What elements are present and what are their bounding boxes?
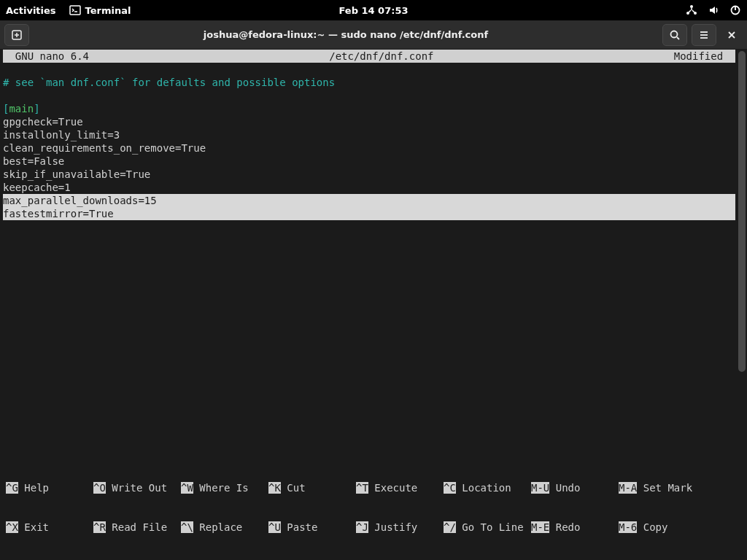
editor-area[interactable]: # see `man dnf.conf` for defaults and po… bbox=[3, 63, 735, 220]
shortcut-item: ^G Help bbox=[6, 481, 93, 494]
shortcut-key: M-6 bbox=[619, 521, 637, 533]
scrollbar-thumb[interactable] bbox=[738, 51, 746, 372]
shortcut-item: ^T Execute bbox=[356, 481, 444, 494]
shortcut-label: Go To Line bbox=[456, 521, 524, 533]
power-icon bbox=[729, 4, 741, 16]
close-window-button[interactable] bbox=[721, 24, 743, 46]
shortcut-label: Read File bbox=[106, 521, 167, 533]
config-line-selected: max_parallel_downloads=15 bbox=[3, 194, 735, 207]
svg-point-2 bbox=[690, 5, 693, 8]
svg-point-10 bbox=[671, 31, 678, 37]
search-button[interactable] bbox=[662, 24, 687, 46]
shortcut-label: Exit bbox=[18, 521, 49, 533]
new-tab-button[interactable] bbox=[4, 24, 29, 46]
shortcut-key: ^G bbox=[6, 482, 18, 494]
terminal-icon bbox=[69, 4, 81, 16]
config-line: installonly_limit=3 bbox=[3, 129, 120, 141]
config-line: skip_if_unavailable=True bbox=[3, 168, 150, 180]
network-icon bbox=[686, 4, 697, 16]
hamburger-icon bbox=[698, 29, 710, 41]
shortcut-key: ^X bbox=[6, 521, 18, 533]
shortcut-label: Cut bbox=[281, 482, 306, 494]
shortcut-item: M-E Redo bbox=[531, 521, 619, 534]
shortcut-label: Undo bbox=[549, 482, 580, 494]
search-icon bbox=[669, 29, 681, 41]
svg-rect-0 bbox=[70, 6, 80, 15]
app-name-label: Terminal bbox=[85, 5, 131, 16]
shortcut-label: Execute bbox=[368, 482, 417, 494]
nano-status: Modified bbox=[674, 50, 735, 63]
shortcut-key: ^W bbox=[181, 482, 193, 494]
hamburger-menu-button[interactable] bbox=[692, 24, 716, 46]
system-tray[interactable] bbox=[686, 4, 741, 16]
shortcut-label: Help bbox=[18, 482, 49, 494]
activities-button[interactable]: Activities bbox=[6, 5, 56, 16]
terminal-header-bar: joshua@fedora-linux:~ — sudo nano /etc/d… bbox=[0, 20, 747, 50]
shortcut-key: M-E bbox=[531, 521, 549, 533]
shortcut-item: M-6 Copy bbox=[619, 521, 706, 534]
config-line: gpgcheck=True bbox=[3, 116, 83, 128]
shortcut-key: ^C bbox=[444, 482, 456, 494]
shortcut-item: ^R Read File bbox=[93, 521, 181, 534]
svg-line-11 bbox=[677, 37, 679, 39]
shortcut-item: ^/ Go To Line bbox=[444, 521, 531, 534]
config-line: best=False bbox=[3, 155, 64, 167]
shortcut-item: M-U Undo bbox=[531, 481, 619, 494]
shortcut-label: Write Out bbox=[106, 482, 167, 494]
shortcut-label: Location bbox=[456, 482, 511, 494]
gnome-top-bar: Activities Terminal Feb 14 07:53 bbox=[0, 0, 747, 20]
shortcut-item: ^O Write Out bbox=[93, 481, 181, 494]
window-title: joshua@fedora-linux:~ — sudo nano /etc/d… bbox=[34, 29, 658, 40]
shortcut-item: M-A Set Mark bbox=[619, 481, 706, 494]
shortcut-item: ^U Paste bbox=[268, 521, 356, 534]
shortcut-item: ^J Justify bbox=[356, 521, 444, 534]
shortcut-key: ^U bbox=[268, 521, 281, 533]
shortcut-key: ^O bbox=[93, 482, 106, 494]
shortcut-label: Justify bbox=[368, 521, 417, 533]
shortcut-key: ^/ bbox=[444, 521, 456, 533]
shortcut-key: M-A bbox=[619, 482, 637, 494]
new-tab-icon bbox=[11, 29, 23, 41]
shortcut-item: ^C Location bbox=[444, 481, 531, 494]
clock[interactable]: Feb 14 07:53 bbox=[339, 5, 409, 16]
shortcut-key: ^J bbox=[356, 521, 368, 533]
shortcut-label: Set Mark bbox=[637, 482, 692, 494]
shortcut-label: Redo bbox=[549, 521, 580, 533]
shortcut-label: Where Is bbox=[193, 482, 249, 494]
nano-filename: /etc/dnf/dnf.conf bbox=[89, 50, 674, 63]
shortcut-item: ^X Exit bbox=[6, 521, 93, 534]
shortcut-key: ^\ bbox=[181, 521, 193, 533]
current-app-indicator[interactable]: Terminal bbox=[69, 4, 131, 16]
shortcut-label: Copy bbox=[637, 521, 667, 533]
shortcut-label: Replace bbox=[193, 521, 242, 533]
shortcut-key: M-U bbox=[531, 482, 549, 494]
config-line-selected: fastestmirror=True bbox=[3, 207, 735, 220]
nano-version: GNU nano 6.4 bbox=[3, 50, 89, 63]
shortcut-item: ^K Cut bbox=[268, 481, 356, 494]
comment-line: # see `man dnf.conf` for defaults and po… bbox=[3, 77, 335, 88]
shortcut-item: ^\ Replace bbox=[181, 521, 268, 534]
config-line: keepcache=1 bbox=[3, 182, 71, 193]
nano-title-bar: GNU nano 6.4 /etc/dnf/dnf.conf Modified bbox=[3, 50, 735, 63]
config-line: clean_requirements_on_remove=True bbox=[3, 142, 206, 154]
shortcut-key: ^R bbox=[93, 521, 106, 533]
close-icon bbox=[727, 30, 737, 40]
shortcut-key: ^K bbox=[268, 482, 281, 494]
volume-icon bbox=[708, 4, 719, 16]
nano-shortcut-bar: ^G Help^O Write Out^W Where Is^K Cut^T E… bbox=[6, 455, 724, 560]
shortcut-label: Paste bbox=[281, 521, 318, 533]
section-header: [main] bbox=[3, 103, 40, 114]
shortcut-key: ^T bbox=[356, 482, 368, 494]
shortcut-item: ^W Where Is bbox=[181, 481, 268, 494]
terminal-viewport[interactable]: GNU nano 6.4 /etc/dnf/dnf.conf Modified … bbox=[0, 50, 747, 560]
